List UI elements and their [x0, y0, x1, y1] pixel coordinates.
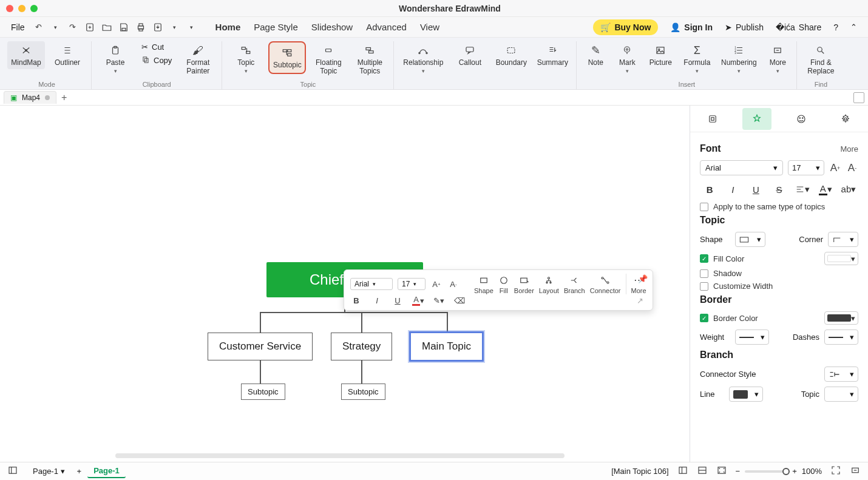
weight-select[interactable]: ▾: [735, 330, 769, 345]
shadow-checkbox[interactable]: Shadow: [700, 269, 858, 278]
page-tab-active[interactable]: Page-1: [87, 464, 126, 478]
tab-slideshow[interactable]: Slideshow: [311, 22, 353, 32]
line-color-select[interactable]: ▾: [729, 387, 763, 402]
context-shape-button[interactable]: Shape: [474, 274, 493, 294]
context-font-select[interactable]: Arial▾: [350, 278, 393, 290]
context-branch-button[interactable]: Branch: [564, 274, 585, 294]
fill-color-swatch[interactable]: ▾: [824, 252, 858, 265]
context-fill-button[interactable]: Fill: [498, 274, 509, 294]
print-icon[interactable]: [135, 22, 146, 33]
note-button[interactable]: ✎Note: [581, 41, 609, 69]
mark-button[interactable]: Mark▾: [613, 41, 641, 76]
main-topic-node-selected[interactable]: Main Topic: [409, 331, 484, 362]
context-size-select[interactable]: 17▾: [398, 278, 426, 290]
main-topic-node[interactable]: Strategy: [331, 333, 392, 360]
zoom-slider[interactable]: [745, 470, 787, 473]
cut-button[interactable]: ✂Cut: [138, 41, 175, 53]
numbering-button[interactable]: 123Numbering▾: [717, 41, 760, 76]
new-tab-button[interactable]: +: [61, 92, 67, 103]
dashes-select[interactable]: ▾: [824, 330, 858, 345]
context-connector-button[interactable]: Connector: [590, 274, 621, 294]
main-topic-node[interactable]: Customer Service: [208, 333, 313, 360]
qa-more-icon[interactable]: ▾: [186, 22, 197, 33]
redo-icon[interactable]: ↷: [67, 22, 78, 33]
format-painter-button[interactable]: 🖌Format Painter: [179, 41, 217, 78]
tab-view[interactable]: View: [420, 22, 439, 32]
text-case-button[interactable]: ab▾: [839, 180, 858, 198]
view-mode-2-icon[interactable]: [697, 465, 708, 478]
minimize-icon[interactable]: [18, 5, 25, 12]
align-button[interactable]: ▾: [793, 180, 812, 198]
file-menu[interactable]: File: [11, 22, 25, 32]
strikethrough-button[interactable]: S: [769, 180, 788, 198]
fill-color-checkbox[interactable]: ✓Fill Color▾: [700, 252, 858, 265]
context-border-button[interactable]: Border: [514, 274, 534, 294]
bold-button[interactable]: B: [700, 180, 719, 198]
callout-button[interactable]: Callout: [451, 41, 489, 69]
tab-page-style[interactable]: Page Style: [254, 22, 298, 32]
buy-now-button[interactable]: 🛒Buy Now: [593, 19, 658, 35]
toggle-sidepanel-button[interactable]: [853, 92, 864, 103]
underline-button[interactable]: U: [392, 294, 404, 306]
close-icon[interactable]: [6, 5, 13, 12]
multiple-topics-button[interactable]: Multiple Topics: [351, 41, 388, 78]
context-expand-icon[interactable]: ↗: [634, 294, 646, 306]
border-color-swatch[interactable]: ▾: [824, 311, 858, 325]
corner-select[interactable]: ▾: [828, 232, 858, 247]
page-selector[interactable]: Page-1 ▾: [27, 465, 71, 478]
context-layout-button[interactable]: Layout: [539, 274, 559, 294]
picture-button[interactable]: Picture: [645, 41, 676, 69]
view-mode-1-icon[interactable]: [677, 465, 688, 478]
subtopic-button[interactable]: Subtopic: [268, 41, 306, 74]
font-family-select[interactable]: Arial▾: [700, 160, 783, 175]
summary-button[interactable]: Summary: [534, 41, 571, 69]
panel-tab-icon[interactable]: [787, 108, 816, 130]
collapse-ribbon-icon[interactable]: ⌃: [850, 22, 857, 32]
highlight-button[interactable]: ✎▾: [433, 294, 445, 306]
italic-button[interactable]: I: [723, 180, 742, 198]
horizontal-scrollbar[interactable]: [115, 453, 565, 458]
apply-same-type-checkbox[interactable]: Apply to the same type of topics: [700, 202, 858, 211]
export-icon[interactable]: [152, 22, 163, 33]
decrease-font-button[interactable]: A-: [846, 162, 858, 174]
branch-topic-select[interactable]: ▾: [824, 387, 858, 402]
floating-topic-button[interactable]: Floating Topic: [310, 41, 347, 78]
mindmap-mode-button[interactable]: MindMap: [7, 41, 45, 69]
relationship-button[interactable]: Relationship▾: [399, 41, 447, 76]
share-button[interactable]: �ićaShare: [776, 22, 821, 32]
connector-style-select[interactable]: ▾: [824, 367, 858, 382]
panel-tab-style[interactable]: [742, 108, 771, 130]
maximize-icon[interactable]: [30, 5, 38, 12]
font-more-link[interactable]: More: [840, 144, 858, 154]
font-color-button[interactable]: A▾: [816, 180, 835, 198]
font-size-select[interactable]: 17▾: [788, 160, 824, 175]
save-icon[interactable]: [118, 22, 129, 33]
pin-toolbar-icon[interactable]: 📌: [637, 272, 649, 285]
tab-advanced[interactable]: Advanced: [366, 22, 407, 32]
help-button[interactable]: ?: [833, 22, 838, 32]
shape-select[interactable]: ▾: [735, 232, 765, 247]
customize-width-checkbox[interactable]: Customize Width: [700, 282, 858, 291]
copy-button[interactable]: Copy: [138, 54, 175, 67]
sign-in-button[interactable]: 👤Sign In: [670, 22, 713, 32]
font-color-button[interactable]: A▾: [412, 294, 424, 306]
collapse-panel-icon[interactable]: [850, 465, 861, 478]
fit-page-icon[interactable]: [716, 465, 727, 478]
boundary-button[interactable]: Boundary: [492, 41, 530, 69]
tab-home[interactable]: Home: [215, 22, 241, 32]
panel-tab-clipart[interactable]: [831, 108, 860, 130]
formula-button[interactable]: ΣFormula▾: [680, 41, 714, 76]
panel-tab-page[interactable]: [698, 108, 727, 130]
export-dropdown-icon[interactable]: ▾: [169, 22, 180, 33]
publish-button[interactable]: ➤Publish: [725, 22, 764, 32]
add-page-button[interactable]: +: [77, 467, 82, 476]
topic-button[interactable]: Topic▾: [227, 41, 265, 76]
zoom-out-button[interactable]: −: [736, 467, 741, 476]
outliner-mode-button[interactable]: Outliner: [49, 41, 86, 69]
undo-dropdown-icon[interactable]: ▾: [50, 22, 61, 33]
outline-toggle-icon[interactable]: [7, 465, 18, 478]
clear-format-button[interactable]: ⌫: [453, 294, 466, 306]
undo-icon[interactable]: ↶: [33, 22, 44, 33]
border-color-checkbox[interactable]: ✓Border Color▾: [700, 311, 858, 325]
italic-button[interactable]: I: [371, 294, 383, 306]
